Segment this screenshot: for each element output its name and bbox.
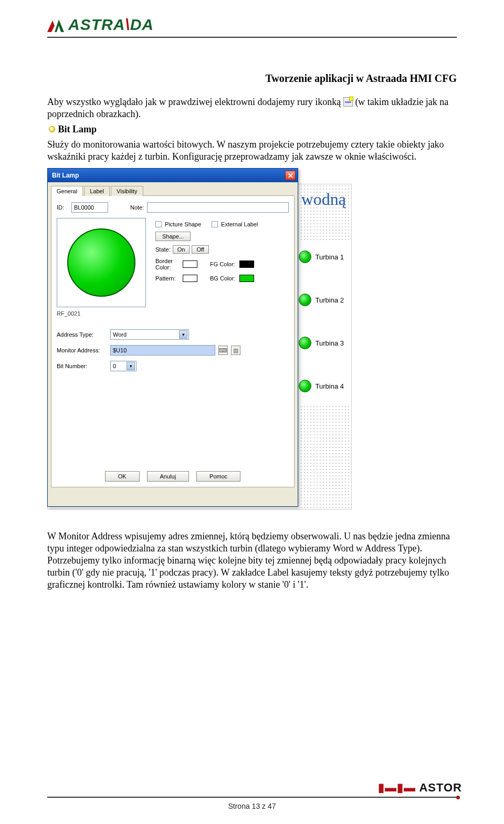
footer-separator	[47, 797, 457, 798]
state-on-button[interactable]: On	[173, 245, 190, 254]
brand-logo: ASTRA\DA	[47, 16, 457, 34]
bit-lamp-dialog: Bit Lamp ✕ General Label Visibility ID: …	[47, 168, 298, 507]
header-separator	[47, 37, 457, 38]
monitor-address-label: Monitor Address:	[57, 347, 107, 353]
fg-color-label: FG Color:	[210, 261, 235, 267]
shape-button[interactable]: Shape...	[155, 232, 191, 241]
id-input[interactable]	[71, 202, 108, 213]
footer-dot-icon	[456, 796, 460, 799]
pipe-tool-icon	[343, 97, 353, 107]
lamp-icon	[299, 337, 311, 349]
help-button[interactable]: Pomoc	[196, 471, 240, 482]
dialog-title-text: Bit Lamp	[52, 172, 79, 179]
document-subtitle: Tworzenie aplikacji w Astraada HMI CFG	[47, 72, 457, 85]
canvas-title-fragment: wodną	[301, 190, 346, 209]
logo-text: ASTRA\DA	[68, 16, 154, 34]
lamp-icon	[299, 380, 311, 392]
lamp-preview-icon	[67, 228, 135, 297]
picture-shape-label: Picture Shape	[165, 221, 201, 227]
bit-number-label: Bit Number:	[57, 363, 107, 369]
keypad-icon[interactable]: ⌨	[218, 346, 228, 355]
turbine-indicator-4: Turbina 4	[299, 380, 344, 392]
pattern-swatch[interactable]	[183, 275, 197, 282]
paragraph-2: Służy do monitorowania wartości bitowych…	[47, 139, 457, 163]
external-label-label: External Label	[221, 221, 258, 227]
turbine-label: Turbina 3	[316, 339, 344, 347]
lamp-icon	[299, 251, 311, 263]
page-number: Strona 13 z 47	[0, 802, 504, 810]
footer-brand: ▮▬▮▬ ASTOR	[378, 781, 462, 795]
chevron-down-icon: ▾	[127, 362, 135, 370]
fg-color-swatch[interactable]	[239, 260, 254, 268]
logo-icon	[47, 17, 64, 32]
dialog-body: ID: Note: RF_0021	[51, 196, 295, 487]
turbine-label: Turbina 4	[316, 382, 344, 390]
pattern-label: Pattern:	[155, 275, 178, 281]
cancel-button[interactable]: Anuluj	[147, 471, 190, 482]
bg-color-label: BG Color:	[210, 275, 235, 281]
turbine-indicator-1: Turbina 1	[299, 251, 344, 263]
page-header: ASTRA\DA	[47, 16, 457, 63]
dialog-tabs: General Label Visibility	[51, 185, 295, 196]
section-title: Bit Lamp	[58, 124, 97, 134]
lamp-icon	[299, 294, 311, 306]
turbine-indicator-2: Turbina 2	[299, 294, 344, 306]
address-type-label: Address Type:	[57, 331, 107, 338]
address-type-value: Word	[113, 331, 127, 338]
shape-preview	[57, 218, 146, 307]
bulb-icon	[47, 126, 56, 134]
ok-button[interactable]: OK	[105, 471, 140, 482]
svg-marker-0	[47, 20, 55, 32]
tab-general[interactable]: General	[51, 186, 83, 196]
turbine-label: Turbina 2	[316, 296, 344, 304]
embedded-screenshot: wodną Turbina 1 Turbina 2 Turbina 3 Turb…	[47, 168, 352, 515]
close-icon[interactable]: ✕	[285, 171, 296, 180]
bit-number-select[interactable]: 0 ▾	[110, 361, 136, 371]
state-label: State:	[155, 246, 171, 253]
preview-caption: RF_0021	[57, 310, 146, 317]
picture-shape-checkbox[interactable]	[155, 221, 162, 227]
address-type-select[interactable]: Word ▾	[110, 329, 189, 340]
monitor-address-input[interactable]	[110, 345, 215, 356]
paragraph-1-a: Aby wszystko wyglądało jak w prawdziwej …	[47, 97, 343, 107]
svg-marker-1	[55, 19, 64, 32]
id-label: ID:	[57, 204, 68, 211]
dialog-titlebar[interactable]: Bit Lamp ✕	[48, 169, 298, 182]
external-label-checkbox[interactable]	[212, 221, 218, 227]
browse-icon[interactable]: ▥	[231, 346, 240, 355]
turbine-label: Turbina 1	[316, 253, 344, 261]
turbine-indicator-3: Turbina 3	[299, 337, 344, 349]
tab-visibility[interactable]: Visibility	[111, 186, 143, 196]
border-color-label: Border Color:	[155, 258, 178, 270]
paragraph-3: W Monitor Address wpisujemy adres zmienn…	[47, 530, 457, 591]
note-input[interactable]	[147, 202, 289, 213]
tab-label[interactable]: Label	[84, 186, 110, 196]
body-copy: Aby wszystko wyglądało jak w prawdziwej …	[47, 96, 457, 163]
chevron-down-icon: ▾	[179, 330, 187, 339]
bit-number-value: 0	[113, 363, 116, 369]
state-off-button[interactable]: Off	[192, 245, 208, 254]
bg-color-swatch[interactable]	[239, 275, 254, 282]
note-label: Note:	[130, 204, 144, 211]
border-color-swatch[interactable]	[183, 260, 197, 268]
